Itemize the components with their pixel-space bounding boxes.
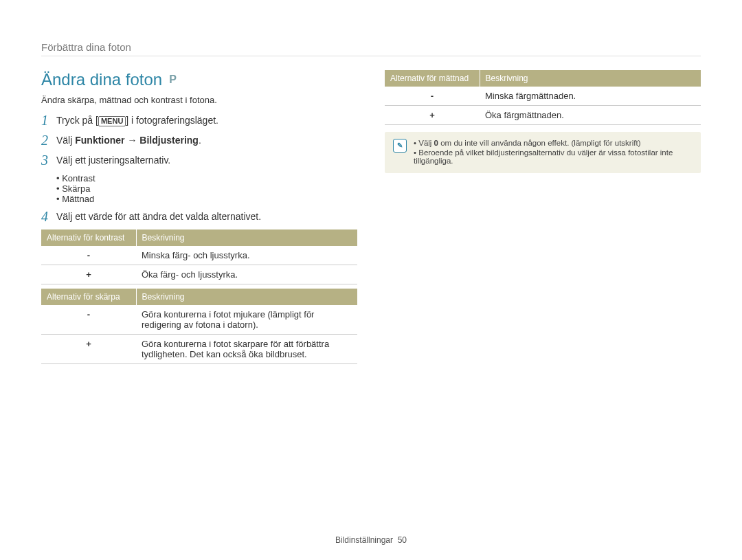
step2-post: . xyxy=(199,135,201,146)
footer-page-number: 50 xyxy=(398,535,407,545)
table-row: - Minska färg- och ljusstyrka. xyxy=(41,246,357,265)
table-row: + Öka färg- och ljusstyrka. xyxy=(41,265,357,284)
step-body: Tryck på [MENU] i fotograferingsläget. xyxy=(56,113,357,128)
svg-text:✎: ✎ xyxy=(397,142,403,149)
th-contrast-option: Alternativ för kontrast xyxy=(41,229,136,246)
option-sharpness: Skärpa xyxy=(56,183,357,194)
contrast-table: Alternativ för kontrast Beskrivning - Mi… xyxy=(41,229,357,284)
step-number: 4 xyxy=(41,210,56,223)
page-footer: Bildinställningar 50 xyxy=(0,535,742,545)
left-column: Ändra dina foton P Ändra skärpa, mättnad… xyxy=(41,70,357,366)
cell-desc: Göra konturerna i fotot skarpare för att… xyxy=(136,335,357,364)
content-columns: Ändra dina foton P Ändra skärpa, mättnad… xyxy=(41,70,701,366)
step-1: 1 Tryck på [MENU] i fotograferingsläget. xyxy=(41,113,357,128)
step1-post: ] i fotograferingsläget. xyxy=(126,115,218,126)
cell-key: + xyxy=(385,106,480,125)
cell-desc: Göra konturerna i fotot mjukare (lämplig… xyxy=(136,305,357,335)
step-body: Välj ett värde för att ändra det valda a… xyxy=(56,210,357,224)
intro-text: Ändra skärpa, mättnad och kontrast i fot… xyxy=(41,95,357,105)
title-text: Ändra dina foton xyxy=(41,70,162,89)
th-sat-option: Alternativ för mättnad xyxy=(385,70,480,87)
table-row: - Göra konturerna i fotot mjukare (lämpl… xyxy=(41,305,357,335)
right-column: Alternativ för mättnad Beskrivning - Min… xyxy=(385,70,701,366)
th-contrast-desc: Beskrivning xyxy=(136,229,357,246)
cell-key: - xyxy=(41,246,136,265)
step-2: 2 Välj Funktioner → Bildjustering. xyxy=(41,133,357,148)
step-number: 2 xyxy=(41,133,56,147)
cell-desc: Öka färgmättnaden. xyxy=(480,106,701,125)
option-saturation: Mättnad xyxy=(56,194,357,204)
step2-pre: Välj xyxy=(56,135,75,146)
cell-key: - xyxy=(41,305,136,335)
step-body: Välj Funktioner → Bildjustering. xyxy=(56,133,357,148)
note-item-2: Beroende på vilket bildjusteringsalterna… xyxy=(414,148,693,165)
th-sharp-option: Alternativ för skärpa xyxy=(41,289,136,305)
th-sharp-desc: Beskrivning xyxy=(136,289,357,305)
cell-desc: Minska färgmättnaden. xyxy=(480,87,701,106)
table-row: - Minska färgmättnaden. xyxy=(385,87,701,106)
page-title: Ändra dina foton P xyxy=(41,70,357,89)
note-list: Välj 0 om du inte vill använda någon eff… xyxy=(414,139,693,166)
manual-page: Förbättra dina foton Ändra dina foton P … xyxy=(0,0,742,560)
step-4: 4 Välj ett värde för att ändra det valda… xyxy=(41,210,357,224)
steps-list: 1 Tryck på [MENU] i fotograferingsläget.… xyxy=(41,113,357,168)
p-mode-icon: P xyxy=(169,74,177,86)
table-row: + Göra konturerna i fotot skarpare för a… xyxy=(41,335,357,364)
steps-list-cont: 4 Välj ett värde för att ändra det valda… xyxy=(41,210,357,224)
footer-section: Bildinställningar xyxy=(335,535,393,545)
menu-icon: MENU xyxy=(98,116,126,126)
step2-b1: Funktioner xyxy=(75,135,124,146)
note-icon: ✎ xyxy=(393,139,407,153)
note-box: ✎ Välj 0 om du inte vill använda någon e… xyxy=(385,132,701,173)
sharpness-table: Alternativ för skärpa Beskrivning - Göra… xyxy=(41,289,357,364)
step-body: Välj ett justeringsalternativ. xyxy=(56,153,357,168)
adjustment-options: Kontrast Skärpa Mättnad xyxy=(41,173,357,204)
cell-key: + xyxy=(41,265,136,284)
note-item-1: Välj 0 om du inte vill använda någon eff… xyxy=(414,139,693,147)
cell-desc: Öka färg- och ljusstyrka. xyxy=(136,265,357,284)
cell-desc: Minska färg- och ljusstyrka. xyxy=(136,246,357,265)
step-number: 3 xyxy=(41,153,56,167)
th-sat-desc: Beskrivning xyxy=(480,70,701,87)
option-contrast: Kontrast xyxy=(56,173,357,183)
table-row: + Öka färgmättnaden. xyxy=(385,106,701,125)
step2-arrow: → xyxy=(125,135,140,146)
note1-pre: Välj xyxy=(418,139,434,147)
step1-pre: Tryck på [ xyxy=(56,115,98,126)
step-3: 3 Välj ett justeringsalternativ. xyxy=(41,153,357,168)
step2-b2: Bildjustering xyxy=(139,135,199,146)
step-number: 1 xyxy=(41,113,56,127)
cell-key: + xyxy=(41,335,136,364)
note1-post: om du inte vill använda någon effekt. (l… xyxy=(438,139,640,147)
saturation-table: Alternativ för mättnad Beskrivning - Min… xyxy=(385,70,701,125)
cell-key: - xyxy=(385,87,480,106)
breadcrumb: Förbättra dina foton xyxy=(41,41,701,56)
